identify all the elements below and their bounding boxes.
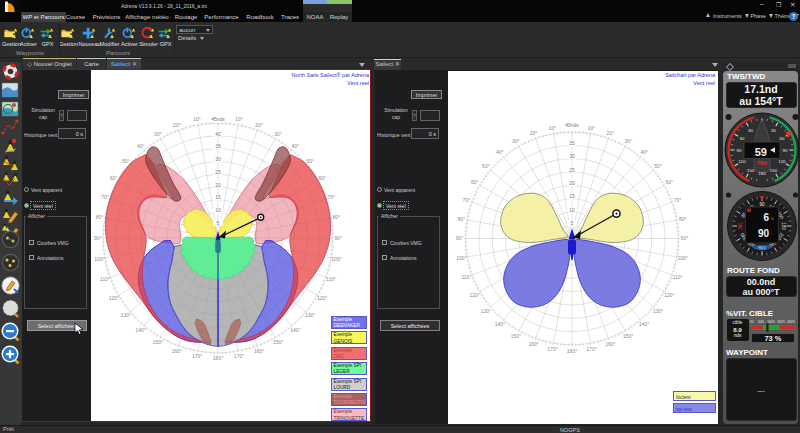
svg-text:180°: 180° <box>567 347 577 353</box>
svg-text:50°: 50° <box>306 158 314 164</box>
svg-text:kt: kt <box>771 217 774 221</box>
svg-text:80°: 80° <box>679 215 687 221</box>
svg-text:60°: 60° <box>318 175 326 181</box>
svg-text:150: 150 <box>769 168 777 173</box>
svg-text:59: 59 <box>754 146 766 158</box>
svg-text:10: 10 <box>215 207 221 213</box>
svg-text:120°: 120° <box>109 295 119 301</box>
svg-text:20: 20 <box>569 180 575 186</box>
svg-text:170°: 170° <box>547 346 557 352</box>
svg-text:110°: 110° <box>100 276 110 282</box>
svg-text:25: 25 <box>569 166 575 172</box>
svg-text:20°: 20° <box>255 122 263 128</box>
svg-text:130°: 130° <box>121 312 131 318</box>
svg-text:40: 40 <box>215 131 221 137</box>
svg-text:30°: 30° <box>154 131 162 137</box>
svg-text:20°: 20° <box>607 129 615 135</box>
svg-text:150°: 150° <box>511 332 521 338</box>
svg-text:150°: 150° <box>153 339 163 345</box>
svg-text:160°: 160° <box>605 340 615 346</box>
svg-text:50%: 50% <box>757 320 763 324</box>
svg-text:150: 150 <box>746 168 754 173</box>
svg-text:90°: 90° <box>335 235 343 241</box>
svg-text:90°: 90° <box>94 235 102 241</box>
svg-text:35: 35 <box>569 140 575 146</box>
svg-text:45nds: 45nds <box>211 116 225 122</box>
svg-text:200%: 200% <box>787 320 795 324</box>
svg-text:30°: 30° <box>512 138 520 144</box>
svg-text:30: 30 <box>771 128 776 133</box>
svg-text:70°: 70° <box>674 196 682 202</box>
svg-text:110°: 110° <box>673 273 683 279</box>
svg-text:70°: 70° <box>463 196 471 202</box>
svg-text:90°: 90° <box>456 235 464 241</box>
svg-text:40°: 40° <box>496 149 504 155</box>
svg-text:60°: 60° <box>471 179 479 185</box>
svg-text:140°: 140° <box>136 327 146 333</box>
svg-text:5: 5 <box>217 220 220 226</box>
svg-text:120°: 120° <box>470 291 480 297</box>
svg-text:30°: 30° <box>624 138 632 144</box>
svg-text:140°: 140° <box>290 327 300 333</box>
svg-text:30: 30 <box>569 153 575 159</box>
svg-text:180°: 180° <box>213 355 223 361</box>
svg-text:HDG: HDG <box>758 246 766 250</box>
svg-text:25: 25 <box>215 169 221 175</box>
svg-text:50°: 50° <box>654 163 662 169</box>
svg-text:120°: 120° <box>664 291 674 297</box>
svg-text:35: 35 <box>215 143 221 149</box>
svg-text:30: 30 <box>748 128 753 133</box>
svg-text:170°: 170° <box>234 353 244 359</box>
svg-text:110°: 110° <box>461 273 471 279</box>
svg-text:60°: 60° <box>110 175 118 181</box>
svg-text:10°: 10° <box>235 116 243 122</box>
svg-text:180: 180 <box>780 222 785 230</box>
svg-text:120°: 120° <box>317 295 327 301</box>
svg-text:140°: 140° <box>639 321 649 327</box>
svg-text:150%: 150% <box>777 320 785 324</box>
svg-text:10°: 10° <box>549 124 557 130</box>
svg-text:10°: 10° <box>588 124 596 130</box>
svg-text:60: 60 <box>779 136 784 141</box>
svg-text:180: 180 <box>758 171 766 176</box>
svg-text:5: 5 <box>571 219 574 225</box>
svg-text:70°: 70° <box>327 194 335 200</box>
svg-text:120: 120 <box>778 159 786 164</box>
svg-text:360: 360 <box>738 222 743 230</box>
svg-text:130°: 130° <box>653 307 663 313</box>
svg-text:TWA: TWA <box>756 161 767 166</box>
svg-text:90: 90 <box>759 202 765 207</box>
svg-text:20°: 20° <box>530 129 538 135</box>
svg-text:170°: 170° <box>192 353 202 359</box>
svg-text:160°: 160° <box>172 348 182 354</box>
svg-text:20°: 20° <box>173 122 181 128</box>
svg-text:100°: 100° <box>456 254 466 260</box>
svg-text:20: 20 <box>215 182 221 188</box>
svg-text:10: 10 <box>569 206 575 212</box>
svg-text:160°: 160° <box>254 348 264 354</box>
svg-text:40nds: 40nds <box>565 122 579 128</box>
svg-text:50°: 50° <box>122 158 130 164</box>
svg-text:30°: 30° <box>274 131 282 137</box>
svg-text:80°: 80° <box>458 215 466 221</box>
svg-text:140°: 140° <box>495 321 505 327</box>
svg-text:80°: 80° <box>333 214 341 220</box>
svg-text:90: 90 <box>782 148 787 153</box>
svg-text:15: 15 <box>215 194 221 200</box>
svg-text:40°: 40° <box>292 143 300 149</box>
svg-text:80°: 80° <box>96 214 104 220</box>
svg-text:120: 120 <box>738 159 746 164</box>
svg-text:160°: 160° <box>528 340 538 346</box>
svg-text:0%: 0% <box>750 320 754 324</box>
svg-text:110°: 110° <box>326 276 336 282</box>
svg-text:90: 90 <box>757 228 769 239</box>
svg-text:50°: 50° <box>482 163 490 169</box>
svg-text:100°: 100° <box>678 254 688 260</box>
svg-text:30: 30 <box>215 156 221 162</box>
svg-text:100°: 100° <box>94 256 104 262</box>
svg-text:70°: 70° <box>101 194 109 200</box>
svg-text:60: 60 <box>739 136 744 141</box>
svg-text:130°: 130° <box>481 307 491 313</box>
svg-text:10°: 10° <box>193 116 201 122</box>
svg-text:150°: 150° <box>273 339 283 345</box>
